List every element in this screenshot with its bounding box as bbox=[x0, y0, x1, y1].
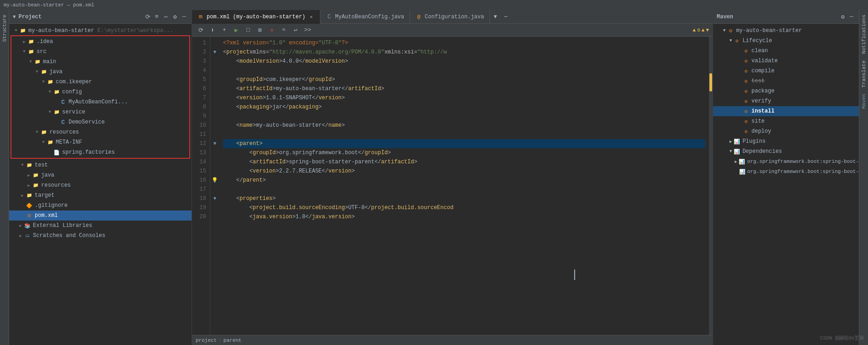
options-icon[interactable]: ⋯ bbox=[162, 13, 170, 21]
test-arrow[interactable]: ▼ bbox=[19, 162, 26, 168]
tab-pom[interactable]: m pom.xml (my-auto-bean-starter) ✕ bbox=[192, 10, 320, 24]
fold-12[interactable]: ▼ bbox=[213, 139, 217, 148]
test-res-arrow[interactable]: ▶ bbox=[26, 182, 32, 189]
tree-myautobean[interactable]: C MyAutoBeanConfi... bbox=[11, 97, 190, 107]
ext-libs-arrow[interactable]: ▶ bbox=[17, 222, 24, 229]
tab-dropdown[interactable]: ▼ bbox=[490, 14, 501, 20]
tree-gitignore[interactable]: 🔶 .gitignore bbox=[9, 200, 192, 210]
run-btn[interactable]: ▶ bbox=[231, 25, 241, 35]
maven-package[interactable]: ⚙ package bbox=[713, 86, 859, 96]
com-arrow[interactable]: ▼ bbox=[40, 79, 47, 85]
tab-more[interactable]: ⋯ bbox=[501, 13, 511, 20]
tree-test-java[interactable]: ▶ 📁 java bbox=[9, 170, 192, 180]
idea-arrow[interactable]: ▶ bbox=[21, 38, 27, 45]
refresh-btn[interactable]: ⟳ bbox=[196, 25, 206, 35]
tab-configuration[interactable]: @ Configuration.java bbox=[410, 10, 490, 24]
sync-icon[interactable]: ⟳ bbox=[144, 13, 151, 21]
maven-validate[interactable]: ⚙ validate bbox=[713, 56, 859, 66]
scroll-thumb[interactable] bbox=[709, 73, 712, 92]
editor-content[interactable]: 12345 678910 1112131415 1617181920 ▼ ▼ 💡 bbox=[192, 37, 713, 335]
pom-tab-close[interactable]: ✕ bbox=[308, 14, 314, 20]
maven-dep-2[interactable]: 📊 org.springframework.boot:spring-boot- bbox=[713, 167, 859, 177]
download-btn[interactable]: ⬇ bbox=[208, 25, 218, 35]
maven-dep-1[interactable]: ▶ 📊 org.springframework.boot:spring-boot… bbox=[713, 156, 859, 167]
plugins-arrow[interactable]: ▶ bbox=[730, 139, 732, 144]
settings-icon[interactable]: ⚙ bbox=[171, 13, 179, 21]
minus-btn[interactable]: ✕ bbox=[267, 25, 277, 35]
breadcrumb-parent[interactable]: parent bbox=[224, 338, 242, 343]
breadcrumb-project[interactable]: project bbox=[196, 338, 217, 343]
maven-tree: ▼ ⚙ my-auto-bean-starter ▼ ⚙ Lifecycle ⚙… bbox=[713, 24, 859, 345]
tree-demoservice[interactable]: C DemoService bbox=[11, 117, 190, 127]
tree-pom[interactable]: m pom.xml bbox=[9, 210, 192, 221]
maven-minimize-icon[interactable]: ─ bbox=[848, 13, 855, 21]
root-arrow[interactable]: ▼ bbox=[13, 27, 19, 34]
maven-deploy[interactable]: ⚙ deploy bbox=[713, 126, 859, 136]
more-btn[interactable]: >> bbox=[303, 25, 313, 35]
scroll-track[interactable] bbox=[709, 37, 713, 335]
src-arrow[interactable]: ▼ bbox=[21, 49, 27, 55]
structure-tab[interactable]: Structure bbox=[1, 12, 8, 44]
tree-resources[interactable]: ▼ 📁 resources bbox=[11, 127, 190, 137]
panel-dropdown-icon[interactable]: ▼ bbox=[13, 14, 16, 20]
target-arrow[interactable]: ▶ bbox=[19, 192, 26, 199]
tree-test[interactable]: ▼ 📁 test bbox=[9, 160, 192, 170]
main-arrow[interactable]: ▼ bbox=[27, 59, 34, 65]
maven-dependencies[interactable]: ▼ 📊 Dependencies bbox=[713, 146, 859, 156]
maven-tab[interactable]: Maven bbox=[860, 91, 868, 112]
notifications-tab[interactable]: Notifications bbox=[860, 12, 868, 57]
tree-spring-factories[interactable]: 📄 spring.factories bbox=[11, 147, 190, 157]
fold-2[interactable]: ▼ bbox=[213, 48, 217, 57]
maven-root-arrow[interactable]: ▼ bbox=[723, 28, 725, 33]
maven-test[interactable]: ⚙ test bbox=[713, 76, 859, 86]
maven-clean[interactable]: ⚙ clean bbox=[713, 46, 859, 56]
warning-down-arrow[interactable]: ▼ bbox=[706, 27, 709, 33]
maven-lifecycle[interactable]: ▼ ⚙ Lifecycle bbox=[713, 36, 859, 46]
service-folder-icon: 📁 bbox=[53, 108, 60, 116]
tree-test-resources[interactable]: ▶ 📁 resources bbox=[9, 180, 192, 190]
tree-src[interactable]: ▼ 📁 src bbox=[11, 47, 190, 57]
tree-idea[interactable]: ▶ 📁 .idea bbox=[11, 37, 190, 47]
warning-section[interactable]: ▲ 9 ▲ ▼ bbox=[693, 27, 709, 33]
grid-btn[interactable]: ⊞ bbox=[255, 25, 265, 35]
collapse-all-icon[interactable]: ≡ bbox=[153, 13, 160, 21]
add-btn[interactable]: + bbox=[219, 25, 229, 35]
tilde-btn[interactable]: ≈ bbox=[279, 25, 289, 35]
deps-arrow[interactable]: ▼ bbox=[730, 149, 732, 154]
maven-plugins[interactable]: ▶ 📊 Plugins bbox=[713, 136, 859, 146]
java-arrow[interactable]: ▼ bbox=[34, 69, 40, 75]
code-editor[interactable]: <?xml version="1.0" encoding="UTF-8"?> <… bbox=[219, 37, 709, 335]
service-arrow[interactable]: ▼ bbox=[47, 109, 53, 115]
tab-myautobean[interactable]: C MyAutoBeanConfig.java bbox=[320, 10, 410, 24]
tree-main[interactable]: ▼ 📁 main bbox=[11, 57, 190, 67]
meta-arrow[interactable]: ▼ bbox=[40, 139, 47, 146]
tree-root[interactable]: ▼ 📁 my-auto-bean-starter E:\mystarter\wo… bbox=[9, 26, 192, 36]
tree-target[interactable]: ▶ 📁 target bbox=[9, 190, 192, 200]
maven-compile[interactable]: ⚙ compile bbox=[713, 66, 859, 76]
tree-config[interactable]: ▼ 📁 config bbox=[11, 87, 190, 97]
maven-root[interactable]: ▼ ⚙ my-auto-bean-starter bbox=[713, 26, 859, 36]
fold-18[interactable]: ▼ bbox=[213, 194, 217, 203]
tree-meta-inf[interactable]: ▼ 📁 META-INF bbox=[11, 137, 190, 147]
maven-settings-icon[interactable]: ⚙ bbox=[839, 13, 847, 21]
maven-site[interactable]: ⚙ site bbox=[713, 116, 859, 126]
warning-up-arrow[interactable]: ▲ bbox=[702, 27, 705, 33]
tree-java[interactable]: ▼ 📁 java bbox=[11, 67, 190, 77]
undo-btn[interactable]: ↩ bbox=[291, 25, 301, 35]
dep1-arrow[interactable]: ▶ bbox=[735, 159, 737, 164]
maven-install[interactable]: ⚙ install bbox=[713, 106, 859, 116]
tree-service[interactable]: ▼ 📁 service bbox=[11, 107, 190, 117]
test-java-arrow[interactable]: ▶ bbox=[26, 172, 32, 178]
hint-16[interactable]: 💡 bbox=[212, 176, 218, 185]
translate-tab[interactable]: Translate bbox=[860, 58, 868, 90]
lifecycle-arrow[interactable]: ▼ bbox=[730, 38, 732, 43]
tree-com-ikeeper[interactable]: ▼ 📁 com.ikeeper bbox=[11, 77, 190, 87]
tree-external-libs[interactable]: ▶ 📚 External Libraries bbox=[9, 221, 192, 231]
layout-btn[interactable]: □ bbox=[243, 25, 253, 35]
config-arrow[interactable]: ▼ bbox=[47, 89, 53, 95]
scratches-arrow[interactable]: ▶ bbox=[17, 232, 24, 239]
resources-arrow[interactable]: ▼ bbox=[34, 129, 40, 135]
minimize-icon[interactable]: ─ bbox=[181, 13, 188, 21]
maven-verify[interactable]: ⚙ verify bbox=[713, 96, 859, 106]
tree-scratches[interactable]: ▶ 🗂 Scratches and Consoles bbox=[9, 231, 192, 241]
